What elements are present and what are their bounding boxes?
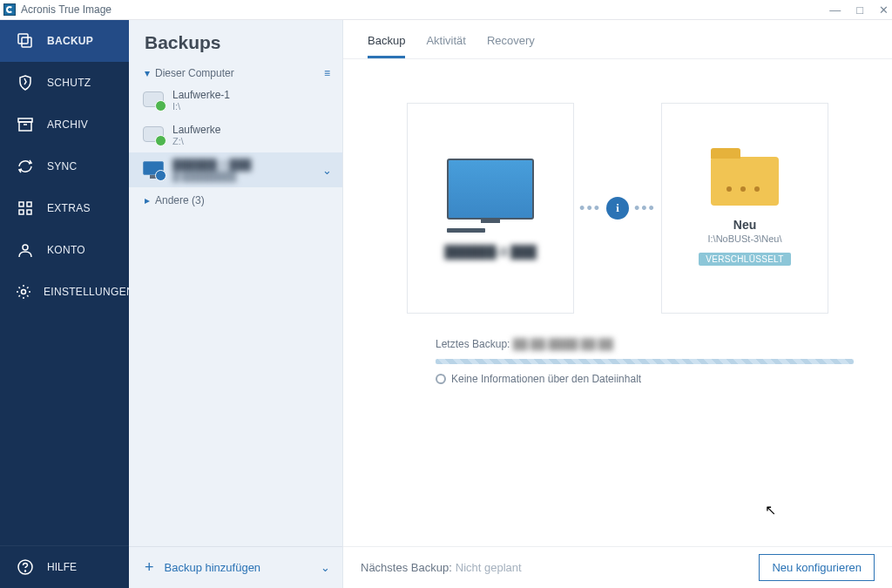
app-title: Acronis True Image [21,3,112,16]
app-icon [3,3,16,16]
backup-item-name: Laufwerke [172,124,220,136]
sidebar-help-label: HILFE [47,561,77,573]
destination-path: I:\NoBUSt-3\Neu\ [708,233,782,244]
monitor-icon [143,161,164,179]
backup-group-header[interactable]: ▾ Dieser Computer ≡ [129,62,342,83]
gear-icon [16,282,31,301]
svg-rect-0 [18,34,28,44]
archive-icon [16,115,35,134]
encrypted-badge: VERSCHLÜSSELT [699,253,790,266]
backup-item-name: ██████-3 ███ [172,159,252,171]
help-icon [16,559,35,575]
source-name: ██████-3 ███ [444,245,537,259]
backup-group-label: Dieser Computer [155,67,234,79]
destination-card[interactable]: Neu I:\NoBUSt-3\Neu\ VERSCHLÜSSELT [661,103,828,314]
menu-icon[interactable]: ≡ [324,67,330,79]
svg-rect-5 [19,202,24,206]
sidebar-item-konto[interactable]: KONTO [0,229,129,271]
sidebar-item-archiv[interactable]: ARCHIV [0,104,129,145]
source-card[interactable]: ██████-3 ███ [407,103,574,314]
backup-group-label: Andere (3) [155,194,205,206]
connection-indicator: ••• i ••• [574,197,661,220]
sidebar-item-label: SYNC [47,160,78,172]
last-backup-value: ██.██.████ ██:██ [513,338,613,350]
tab-backup[interactable]: Backup [368,34,405,58]
plus-icon: + [145,558,154,577]
progress-bar [436,359,854,364]
noinfo-text: Keine Informationen über den Dateiinhalt [451,373,641,385]
svg-rect-7 [19,210,24,214]
close-button[interactable]: ✕ [879,3,889,17]
info-icon[interactable]: i [606,197,629,220]
sidebar-item-label: BACKUP [47,35,93,47]
sidebar: BACKUP SCHUTZ ARCHIV SYNC [0,20,129,588]
svg-rect-6 [27,202,31,206]
backup-item-name: Laufwerke-1 [172,89,230,101]
bullet-icon [436,374,446,384]
sidebar-item-schutz[interactable]: SCHUTZ [0,62,129,104]
maximize-button[interactable]: □ [856,3,863,17]
sidebar-item-hilfe[interactable]: HILFE [0,545,129,588]
backup-item-sub: Z:\ [172,136,220,146]
backups-title: Backups [129,20,342,62]
monitor-icon [447,159,534,233]
backup-icon [16,31,35,51]
configure-button[interactable]: Neu konfigurieren [759,554,875,581]
add-backup-button[interactable]: + Backup hinzufügen ⌄ [129,546,342,588]
backup-group-andere[interactable]: ▸ Andere (3) [129,187,342,213]
sidebar-item-label: KONTO [47,244,85,256]
next-backup-label: Nächstes Backup: [361,561,452,574]
next-backup-value: Nicht geplant [456,561,522,574]
folder-icon [711,157,779,206]
sidebar-item-backup[interactable]: BACKUP [0,20,129,62]
backup-item-laufwerke-1[interactable]: Laufwerke-1 I:\ [129,83,342,118]
svg-point-10 [22,290,26,294]
tab-recovery[interactable]: Recovery [487,34,535,58]
backup-item-selected[interactable]: ██████-3 ███ █\████████ ⌄ [129,152,342,187]
sidebar-item-label: EINSTELLUNGEN [44,286,134,298]
tabs: Backup Aktivität Recovery [343,20,892,59]
grid-icon [16,199,35,218]
svg-rect-8 [27,210,31,214]
backup-item-laufwerke[interactable]: Laufwerke Z:\ [129,118,342,152]
sidebar-item-sync[interactable]: SYNC [0,145,129,187]
sidebar-item-einstellungen[interactable]: EINSTELLUNGEN [0,271,129,313]
svg-rect-3 [19,122,31,131]
backup-item-sub: █\████████ [172,171,252,181]
main-panel: Backup Aktivität Recovery ██████-3 ███ •… [343,20,892,588]
tab-aktivitaet[interactable]: Aktivität [426,34,466,58]
backups-panel: Backups ▾ Dieser Computer ≡ Laufwerke-1 … [129,20,343,588]
chevron-down-icon[interactable]: ⌄ [321,561,330,574]
sidebar-item-label: EXTRAS [47,202,91,214]
footer: Nächstes Backup: Nicht geplant Neu konfi… [343,546,892,588]
shield-icon [16,73,35,92]
account-icon [16,240,35,260]
sidebar-item-extras[interactable]: EXTRAS [0,187,129,229]
svg-point-9 [23,245,28,250]
disk-icon [143,91,164,109]
dots-icon: ••• [634,199,656,218]
last-backup-label: Letztes Backup: [436,338,510,350]
chevron-right-icon: ▸ [145,194,150,206]
chevron-down-icon[interactable]: ⌄ [322,164,332,177]
backup-item-sub: I:\ [172,101,230,112]
sidebar-item-label: SCHUTZ [47,77,91,89]
sync-icon [16,157,35,176]
chevron-down-icon: ▾ [145,67,150,79]
sidebar-item-label: ARCHIV [47,118,88,131]
title-bar: Acronis True Image — □ ✕ [0,0,892,20]
destination-name: Neu [733,218,756,232]
disk-icon [143,126,164,144]
svg-point-12 [25,571,26,571]
add-backup-label: Backup hinzufügen [165,561,261,574]
dots-icon: ••• [579,199,601,218]
svg-rect-1 [22,37,31,47]
minimize-button[interactable]: — [829,3,841,17]
